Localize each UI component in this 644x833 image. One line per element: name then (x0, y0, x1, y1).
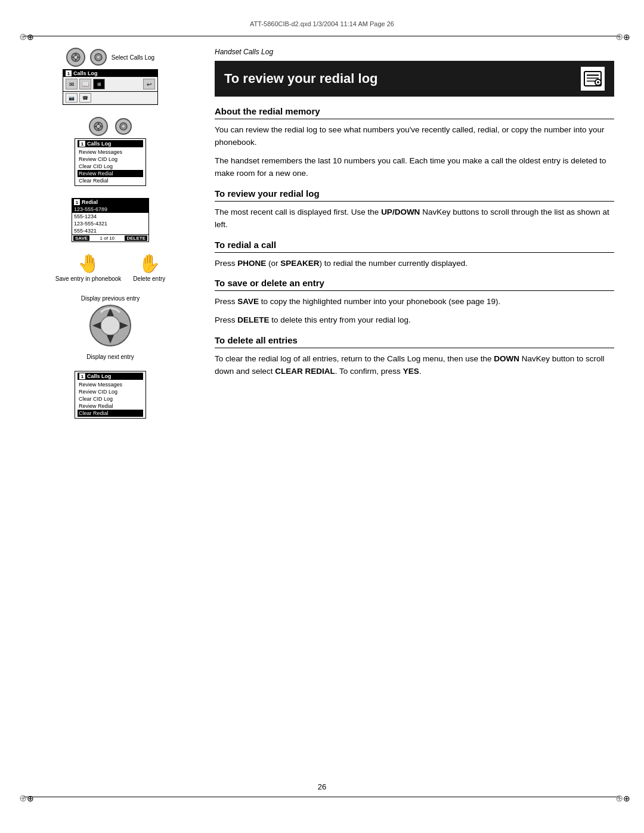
display-prev-label: Display previous entry (81, 295, 140, 302)
clear-menu-clear-redial: Clear Redial (78, 410, 143, 417)
redial-entry-2: 555-1234 (72, 213, 148, 220)
menu-item-review-messages: Review Messages (78, 148, 143, 156)
left-diagrams: Select Calls Log 1 Calls Log ✉ 📖 ⊞ ↩ (30, 48, 191, 419)
heading-delete-all: To delete all entries (215, 335, 614, 348)
svg-point-1 (74, 55, 78, 59)
calls-log-clear-screen: 1 Calls Log Review Messages Review CID L… (75, 371, 146, 419)
page-border-bottom (24, 797, 620, 797)
large-nav-svg (89, 304, 132, 347)
save-hand: 🤚 Save entry in phonebook (55, 253, 122, 283)
updown-bold: UP/DOWN (381, 208, 420, 216)
save-hand-icon: 🤚 (78, 253, 100, 274)
redial-entry-4: 555-4321 (72, 227, 148, 234)
title-icon (581, 67, 605, 91)
delete-entry-label: Delete entry (133, 275, 165, 283)
nav-circle-4 (115, 118, 132, 135)
calls-log-box-1: 1 Calls Log ✉ 📖 ⊞ ↩ 📷 ☎ (63, 69, 158, 105)
nav-circle-1 (66, 48, 85, 67)
menu-item-review-redial: Review Redial (78, 170, 143, 177)
book-icon: 📖 (79, 79, 91, 89)
clear-redial-bold: CLEAR REDIAL (275, 367, 335, 376)
svg-point-15 (122, 125, 125, 128)
menu-item-clear-redial: Clear Redial (78, 177, 143, 184)
svg-point-7 (97, 55, 100, 59)
speaker-bold: SPEAKER (280, 259, 319, 268)
redial-entry-3: 123-555-4321 (72, 220, 148, 227)
body-delete-all: To clear the redial log of all entries, … (215, 353, 614, 378)
clear-menu-review-messages: Review Messages (78, 381, 143, 388)
calls-log-title-1: 1 Calls Log (63, 70, 157, 77)
display-next-label: Display next entry (86, 354, 134, 360)
crosshair-br: ⊕ (615, 792, 625, 802)
crosshair-tl: ⊕ (19, 31, 29, 41)
body-about-1: You can review the redial log to see wha… (215, 124, 614, 149)
body-about-2: The handset remembers the last 10 number… (215, 155, 614, 180)
redial-counter: 1 of 10 (100, 236, 114, 241)
redial-delete-btn: DELETE (125, 236, 147, 241)
diagram-hands: 🤚 Save entry in phonebook ✋ Delete entry (30, 253, 191, 283)
section-label: Handset Calls Log (215, 48, 614, 56)
nav-circle-2 (90, 49, 107, 66)
save-entry-label: Save entry in phonebook (55, 275, 122, 283)
right-column: Handset Calls Log To review your redial … (215, 48, 614, 384)
page-number: 26 (318, 782, 326, 791)
save-bold: SAVE (237, 297, 259, 306)
redial-entry-1: 123-555-6789 (72, 206, 148, 213)
svg-point-9 (97, 125, 100, 128)
heading-about: About the redial memory (215, 106, 614, 119)
delete-hand-icon: ✋ (138, 253, 160, 274)
header-text: ATT-5860CIB-d2.qxd 1/3/2004 11:14 AM Pag… (250, 20, 394, 27)
heading-redial: To redial a call (215, 240, 614, 253)
select-calls-log-label: Select Calls Log (112, 54, 154, 61)
clear-menu-clear-cid: Clear CID Log (78, 395, 143, 402)
menu-item-review-cid: Review CID Log (78, 156, 143, 163)
clear-menu-review-cid: Review CID Log (78, 388, 143, 395)
redial-footer: SAVE 1 of 10 DELETE (72, 234, 148, 241)
menu-item-clear-cid: Clear CID Log (78, 163, 143, 170)
body-save: Press SAVE to copy the highlighted numbe… (215, 296, 614, 308)
diagram-display-next: Display next entry (30, 352, 191, 360)
nav-circle-3 (89, 117, 108, 136)
body-redial: Press PHONE (or SPEAKER) to redial the n… (215, 258, 614, 270)
calls-active-icon: ⊞ (93, 79, 105, 89)
diagram-display-prev: Display previous entry (30, 293, 191, 347)
page-title: To review your redial log (224, 71, 378, 86)
envelope-icon: ✉ (66, 79, 78, 89)
crosshair-bl: ⊕ (19, 792, 29, 802)
yes-bold: YES (403, 367, 419, 376)
body-delete: Press DELETE to delete this entry from y… (215, 314, 614, 327)
delete-bold: DELETE (237, 315, 269, 324)
down-bold: DOWN (494, 354, 519, 363)
calls-phone-icon: ↩ (143, 79, 155, 89)
diagram-clear-redial: 1 Calls Log Review Messages Review CID L… (30, 371, 191, 419)
page-header: ATT-5860CIB-d2.qxd 1/3/2004 11:14 AM Pag… (24, 12, 620, 36)
redial-title: Redial (82, 199, 98, 205)
page-border-top (24, 36, 620, 36)
svg-point-17 (101, 316, 120, 335)
phone-bold: PHONE (237, 259, 266, 268)
diagram-select-calls-log: Select Calls Log 1 Calls Log ✉ 📖 ⊞ ↩ (30, 48, 191, 105)
heading-review: To review your redial log (215, 188, 614, 202)
calls-log-icons: ✉ 📖 ⊞ ↩ (63, 77, 157, 92)
redial-screen: 1 Redial 123-555-6789 555-1234 123-555-4… (72, 198, 149, 242)
delete-hand: ✋ Delete entry (133, 253, 165, 283)
crosshair-tr: ⊕ (615, 31, 625, 41)
calls-log-menu-screen: 1 Calls Log Review Messages Review CID L… (75, 138, 146, 186)
diagram-redial-screen: 1 Redial 123-555-6789 555-1234 123-555-4… (30, 198, 191, 242)
body-review: The most recent call is displayed first.… (215, 206, 614, 231)
diagram-calls-log-menu: 1 Calls Log Review Messages Review CID L… (30, 117, 191, 186)
hands-row: 🤚 Save entry in phonebook ✋ Delete entry (55, 253, 166, 283)
clear-menu-review-redial: Review Redial (78, 402, 143, 410)
heading-save-delete: To save or delete an entry (215, 278, 614, 291)
title-banner: To review your redial log (215, 61, 614, 97)
redial-save-btn: SAVE (73, 236, 89, 241)
